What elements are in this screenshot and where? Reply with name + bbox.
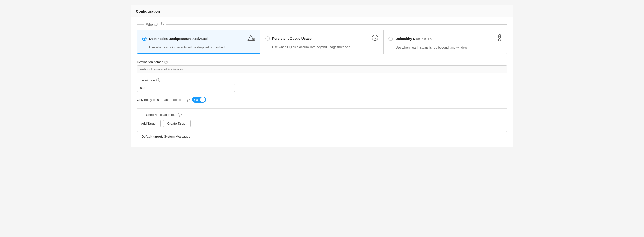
card-backpressure[interactable]: Destination Backpressure Activated ! — [137, 30, 261, 54]
time-window-label: Time window ? — [137, 78, 507, 82]
unhealthy-icon — [497, 34, 502, 43]
when-label: When...* ? — [146, 22, 164, 26]
send-notification-section: Send Notification to... ? Add Target Cre… — [137, 108, 507, 142]
action-buttons: Add Target Create Target — [137, 120, 507, 127]
card-pq-header: Persistent Queue Usage — [265, 34, 379, 43]
card-pq-title: Persistent Queue Usage — [272, 36, 312, 40]
notify-toggle-help-icon[interactable]: ? — [186, 98, 190, 102]
panel-header: Configuration — [131, 5, 513, 18]
add-target-button[interactable]: Add Target — [137, 120, 161, 127]
time-window-group: Time window ? — [137, 78, 507, 92]
notify-toggle-row: Only notify on start and resolution ? Ye… — [137, 97, 507, 102]
card-backpressure-title-row: Destination Backpressure Activated — [142, 36, 208, 41]
radio-unhealthy[interactable] — [388, 36, 393, 41]
card-backpressure-header: Destination Backpressure Activated ! — [142, 34, 255, 43]
card-pq-usage[interactable]: Persistent Queue Usage Use when PQ files… — [260, 30, 384, 54]
section-line-left — [137, 24, 144, 24]
destination-name-label: Destination name* ? — [137, 60, 507, 64]
destination-name-input[interactable] — [137, 65, 507, 73]
card-unhealthy-header: Unhealthy Destination — [388, 34, 502, 43]
card-unhealthy-title-row: Unhealthy Destination — [388, 36, 432, 41]
time-window-help-icon[interactable]: ? — [156, 78, 160, 82]
default-target-value: System Messages — [164, 135, 190, 138]
pq-icon — [372, 34, 378, 43]
notify-toggle-label: Only notify on start and resolution ? — [137, 98, 190, 102]
svg-text:!: ! — [251, 38, 251, 40]
destination-name-help-icon[interactable]: ? — [164, 60, 168, 64]
default-target-prefix: Default target: — [142, 135, 163, 138]
card-unhealthy-desc: Use when health status is red beyond tim… — [395, 46, 502, 49]
svg-point-9 — [498, 39, 501, 41]
card-backpressure-title: Destination Backpressure Activated — [149, 37, 208, 41]
when-help-icon[interactable]: ? — [160, 22, 164, 26]
card-backpressure-desc: Use when outgoing events will be dropped… — [149, 46, 255, 49]
panel-body: When...* ? Destination Backpressure Acti… — [131, 18, 513, 147]
default-target-box: Default target: System Messages — [137, 131, 507, 142]
cards-row: Destination Backpressure Activated ! — [137, 30, 507, 54]
card-unhealthy-title: Unhealthy Destination — [395, 37, 432, 41]
send-section-line-left — [137, 114, 144, 115]
time-window-input[interactable] — [137, 84, 235, 92]
notify-toggle[interactable]: Yes — [192, 97, 206, 102]
send-section-line-right — [184, 114, 507, 115]
create-target-button[interactable]: Create Target — [163, 120, 191, 127]
backpressure-icon: ! — [248, 34, 255, 43]
radio-pq[interactable] — [265, 36, 270, 41]
card-unhealthy[interactable]: Unhealthy Destination Use when health st… — [384, 30, 507, 54]
toggle-knob — [200, 97, 205, 102]
send-notification-help-icon[interactable]: ? — [178, 112, 182, 116]
send-notification-label: Send Notification to... ? — [146, 112, 182, 116]
send-notification-label-row: Send Notification to... ? — [137, 112, 507, 116]
card-pq-desc: Use when PQ files accumulate beyond usag… — [272, 45, 379, 49]
toggle-yes-text: Yes — [194, 98, 199, 101]
configuration-panel: Configuration When...* ? — [131, 5, 513, 147]
panel-title: Configuration — [136, 9, 160, 13]
card-pq-title-row: Persistent Queue Usage — [265, 36, 312, 41]
when-section-label-row: When...* ? — [137, 22, 507, 26]
radio-backpressure[interactable] — [142, 36, 147, 41]
section-line-right — [166, 24, 507, 24]
destination-name-group: Destination name* ? — [137, 60, 507, 73]
